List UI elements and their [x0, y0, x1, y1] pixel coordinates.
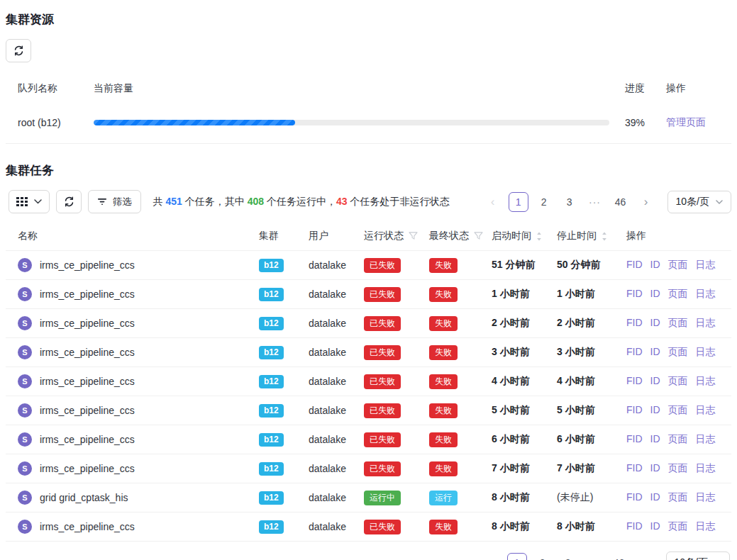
row-action-link[interactable]: ID: [650, 520, 660, 533]
row-action-link[interactable]: FID: [626, 317, 643, 330]
column-settings-button[interactable]: [9, 190, 50, 213]
queue-name: root (b12): [6, 103, 94, 144]
stop-time: 3 小时前: [557, 346, 595, 357]
row-action-link[interactable]: 页面: [668, 433, 688, 446]
row-action-link[interactable]: ID: [650, 317, 660, 330]
row-action-link[interactable]: 日志: [696, 346, 716, 359]
row-action-link[interactable]: 日志: [696, 404, 716, 417]
next-page-button[interactable]: ›: [635, 553, 655, 560]
page-button-3[interactable]: 3: [558, 553, 578, 560]
stop-time: (未停止): [557, 491, 593, 503]
run-status-badge: 已失败: [364, 403, 401, 418]
cluster-badge: b12: [259, 404, 284, 418]
row-action-link[interactable]: 页面: [668, 346, 688, 359]
task-name: grid grid_cptask_his: [40, 492, 128, 503]
row-action-link[interactable]: FID: [626, 375, 643, 388]
user-name: datalake: [309, 376, 346, 387]
row-action-link[interactable]: 日志: [696, 433, 716, 446]
row-action-link[interactable]: FID: [626, 520, 643, 533]
row-action-link[interactable]: FID: [626, 462, 643, 475]
row-action-link[interactable]: 页面: [668, 288, 688, 301]
avatar: S: [18, 432, 32, 447]
page-size-select[interactable]: 10条/页: [666, 551, 730, 560]
page-ellipsis[interactable]: ···: [585, 192, 605, 212]
task-name: irms_ce_pipeline_ccs: [40, 347, 135, 358]
row-action-link[interactable]: 页面: [668, 317, 688, 330]
row-action-link[interactable]: FID: [626, 433, 643, 446]
page-button-2[interactable]: 2: [534, 192, 554, 212]
filter-button[interactable]: 筛选: [88, 190, 141, 213]
page-button-1[interactable]: 1: [509, 192, 528, 212]
row-action-link[interactable]: 日志: [696, 375, 716, 388]
col-header-run-status: 运行状态: [364, 230, 404, 242]
row-action-link[interactable]: ID: [650, 433, 660, 446]
row-action-link[interactable]: 日志: [696, 491, 716, 504]
avatar: S: [18, 287, 32, 301]
row-action-link[interactable]: FID: [626, 288, 643, 301]
sort-carets-icon[interactable]: [602, 232, 607, 241]
manage-page-link[interactable]: 管理页面: [666, 116, 706, 128]
sort-carets-icon[interactable]: [536, 232, 542, 241]
avatar: S: [18, 461, 32, 476]
row-action-link[interactable]: 页面: [668, 491, 688, 504]
page-button-46[interactable]: 46: [611, 192, 631, 212]
row-action-link[interactable]: ID: [650, 375, 660, 388]
run-status-badge: 已失败: [364, 287, 401, 302]
run-status-badge: 已失败: [364, 432, 401, 447]
funnel-filter-icon[interactable]: [474, 232, 483, 240]
row-action-link[interactable]: ID: [650, 346, 660, 359]
final-status-badge: 失败: [429, 432, 458, 447]
page-ellipsis[interactable]: ···: [584, 553, 604, 560]
row-action-link[interactable]: 页面: [668, 259, 688, 271]
page-size-select[interactable]: 10条/页: [667, 191, 731, 213]
cluster-badge: b12: [259, 288, 284, 301]
next-page-button[interactable]: ›: [636, 192, 656, 212]
row-action-link[interactable]: 日志: [696, 259, 716, 271]
table-row: S irms_ce_pipeline_ccs b12 datalake 已失败 …: [6, 513, 731, 542]
page-button-1[interactable]: 1: [507, 553, 527, 560]
prev-page-button[interactable]: ‹: [482, 553, 502, 560]
resources-refresh-button[interactable]: [6, 39, 31, 62]
row-action-link[interactable]: ID: [650, 404, 660, 417]
table-row: S irms_ce_pipeline_ccs b12 datalake 已失败 …: [6, 396, 731, 425]
row-action-link[interactable]: 页面: [668, 462, 688, 475]
row-action-link[interactable]: 日志: [696, 462, 716, 475]
row-action-link[interactable]: ID: [650, 462, 660, 475]
tasks-refresh-button[interactable]: [56, 190, 82, 213]
row-action-link[interactable]: FID: [626, 404, 643, 417]
row-action-link[interactable]: FID: [626, 346, 643, 359]
stop-time: 6 小时前: [557, 433, 595, 444]
row-action-link[interactable]: 页面: [668, 520, 688, 533]
prev-page-button[interactable]: ‹: [483, 192, 503, 212]
page-button-46[interactable]: 46: [609, 553, 629, 560]
user-name: datalake: [309, 521, 346, 532]
table-row: S grid grid_cptask_his b12 datalake 运行中 …: [6, 483, 731, 513]
task-name: irms_ce_pipeline_ccs: [40, 434, 135, 445]
page-button-3[interactable]: 3: [560, 192, 580, 212]
page-button-2[interactable]: 2: [533, 553, 553, 560]
tasks-summary: 共 451 个任务，其中 408 个任务运行中，43 个任务处于非运行状态: [153, 196, 450, 208]
row-action-link[interactable]: 页面: [668, 404, 688, 417]
row-action-link[interactable]: ID: [650, 259, 660, 271]
col-header-queue: 队列名称: [6, 72, 94, 103]
col-header-name: 名称: [6, 222, 259, 251]
stop-time: 8 小时前: [557, 520, 595, 532]
task-name: irms_ce_pipeline_ccs: [40, 376, 135, 387]
pagination-bottom: ‹123···46›10条/页: [482, 551, 730, 560]
row-action-link[interactable]: 页面: [668, 375, 688, 388]
table-row: S irms_ce_pipeline_ccs b12 datalake 已失败 …: [6, 367, 731, 396]
row-action-link[interactable]: 日志: [696, 288, 716, 301]
row-action-link[interactable]: FID: [626, 259, 643, 271]
row-actions: FIDID页面日志: [626, 317, 731, 330]
row-action-link[interactable]: 日志: [696, 317, 716, 330]
table-row: S irms_ce_pipeline_ccs b12 datalake 已失败 …: [6, 338, 731, 367]
row-action-link[interactable]: 日志: [696, 520, 716, 533]
col-header-stop-time: 停止时间: [557, 230, 597, 242]
page-size-value: 10条/页: [676, 196, 709, 208]
row-action-link[interactable]: ID: [650, 288, 660, 301]
funnel-filter-icon[interactable]: [409, 232, 418, 240]
row-action-link[interactable]: FID: [626, 491, 643, 504]
row-action-link[interactable]: ID: [650, 491, 660, 504]
start-time: 5 小时前: [492, 404, 530, 415]
pagination-top: ‹123···46›10条/页: [483, 191, 731, 213]
